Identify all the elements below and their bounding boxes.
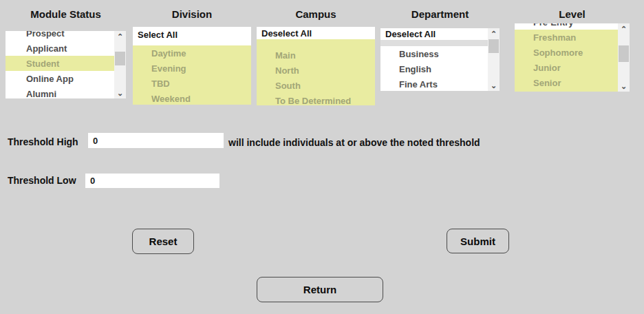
listbox-department[interactable]: Deselect AllBusinessEnglishFine Arts⌃⌄ (380, 28, 500, 91)
threshold-low-input[interactable] (85, 174, 219, 188)
list-item[interactable]: Pre-Entry (515, 23, 630, 30)
list-item[interactable]: Daytime (133, 45, 251, 61)
listbox-title-module-status: Module Status (6, 8, 126, 22)
list-item[interactable]: Prospect (6, 31, 126, 41)
scrollbar-thumb[interactable] (115, 52, 125, 65)
scrollbar-thumb[interactable] (489, 39, 499, 53)
reset-button[interactable]: Reset (132, 229, 194, 254)
listbox-title-level: Level (515, 8, 630, 22)
list-item[interactable]: South (257, 78, 375, 93)
list-item[interactable]: Student (6, 56, 126, 71)
list-item[interactable]: Select All (133, 27, 251, 42)
listbox-level[interactable]: Pre-EntryFreshmanSophomoreJuniorSenior⌃⌄ (515, 23, 630, 92)
list-item[interactable]: Business (380, 46, 500, 61)
list-item[interactable]: North (257, 63, 375, 78)
listbox-title-department: Department (380, 8, 500, 22)
list-item[interactable]: To Be Determined (257, 93, 375, 105)
scrollbar-up-icon[interactable]: ⌃ (618, 24, 630, 34)
listbox-module-status[interactable]: ProspectApplicantStudentOnline AppAlumni… (6, 31, 126, 98)
list-item[interactable]: Deselect All (257, 27, 375, 39)
scrollbar-up-icon[interactable]: ⌃ (114, 32, 126, 41)
listbox-campus[interactable]: Deselect AllMainNorthSouthTo Be Determin… (257, 27, 375, 105)
listbox-title-division: Division (133, 8, 251, 22)
list-item[interactable]: Sophomore (515, 45, 630, 60)
list-item[interactable]: Online App (6, 71, 126, 86)
threshold-low-label: Threshold Low (8, 175, 76, 186)
list-item[interactable]: English (380, 61, 500, 76)
threshold-high-note: will include individuals at or above the… (228, 137, 480, 148)
scrollbar-up-icon[interactable]: ⌃ (488, 29, 500, 39)
listbox-division[interactable]: Select AllDaytimeEveningTBDWeekend (133, 27, 251, 105)
list-item[interactable]: Junior (515, 60, 630, 75)
scrollbar[interactable]: ⌃⌄ (618, 23, 630, 92)
scrollbar-down-icon[interactable]: ⌄ (114, 88, 126, 98)
list-spacer[interactable] (257, 39, 375, 48)
list-item[interactable]: Evening (133, 61, 251, 76)
submit-button[interactable]: Submit (447, 229, 509, 253)
scrollbar-down-icon[interactable]: ⌄ (488, 81, 500, 90)
list-spacer[interactable] (380, 40, 500, 46)
list-item[interactable]: Freshman (515, 30, 630, 45)
list-item[interactable]: Senior (515, 75, 630, 90)
threshold-high-input[interactable] (88, 133, 224, 148)
list-item[interactable]: Deselect All (380, 28, 500, 40)
list-item[interactable]: Main (257, 48, 375, 63)
list-item[interactable]: TBD (133, 76, 251, 91)
list-item[interactable]: Alumni (6, 86, 126, 98)
listbox-title-campus: Campus (257, 8, 375, 22)
scrollbar[interactable]: ⌃⌄ (488, 28, 500, 91)
threshold-high-label: Threshold High (8, 136, 78, 147)
scrollbar[interactable]: ⌃⌄ (114, 31, 126, 98)
scrollbar-thumb[interactable] (619, 45, 629, 62)
list-item[interactable]: Weekend (133, 91, 251, 105)
list-item[interactable]: Fine Arts (380, 76, 500, 91)
return-button[interactable]: Return (257, 277, 383, 302)
scrollbar-down-icon[interactable]: ⌄ (618, 81, 630, 91)
list-item[interactable]: Applicant (6, 41, 126, 56)
